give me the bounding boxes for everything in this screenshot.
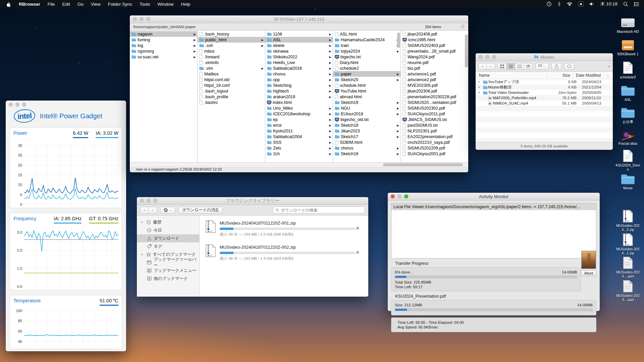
file-item[interactable]: artscience2.pdf (401, 77, 468, 82)
file-item[interactable]: .ssh▶ (198, 43, 265, 48)
close-button[interactable] (391, 194, 395, 198)
file-item[interactable]: ICEC2018workshop▶ (265, 111, 333, 117)
file-item[interactable]: Diary.html (333, 60, 400, 65)
tag-button[interactable] (564, 63, 574, 70)
file-item[interactable]: artscience1.pdf (401, 71, 468, 77)
sftp-window-controls[interactable] (133, 15, 150, 23)
file-item[interactable]: Sketch20▶ (333, 77, 400, 82)
activity-titlebar[interactable]: Activity Monitor (388, 193, 600, 200)
back-button[interactable]: ‹ (478, 63, 487, 70)
list-view-button[interactable] (506, 63, 515, 70)
input-source-icon[interactable]: A (578, 1, 584, 7)
sidebar-item[interactable]: ブックマークメニュー (137, 266, 199, 275)
sidebar-item[interactable]: 今日 (137, 226, 199, 234)
movies-titlebar[interactable]: Movies (476, 53, 613, 61)
minimize-button[interactable] (140, 17, 144, 21)
file-item[interactable]: pastSIGMUS.txt (401, 122, 468, 128)
file-item[interactable]: train▶ (333, 43, 400, 48)
activity-window-controls[interactable] (391, 193, 408, 200)
file-item[interactable]: schedule.html (333, 82, 400, 88)
file-item[interactable]: paper▶ (333, 71, 400, 77)
share-button[interactable] (551, 63, 561, 70)
transfer-task-row[interactable]: Local File Viewer:/Users/nagasm/Document… (391, 203, 596, 210)
movies-file-row[interactable]: NIME04_SUAC.mp455.1 MB2005/04/13 (476, 101, 613, 106)
toolbar-overflow-chevron[interactable]: » (608, 64, 610, 69)
desktop-icon[interactable]: ZIPMUSvideo-2024...2.zip (615, 209, 641, 232)
column-header-size[interactable]: Size (547, 73, 573, 78)
library-window-controls[interactable] (140, 197, 157, 204)
file-item[interactable]: mbox (198, 48, 265, 54)
search-input[interactable] (281, 208, 362, 213)
download-item[interactable]: ZIPMUSvideo-20240418T011220Z-001.zip残り 4… (206, 220, 362, 237)
scrollbar-thumb[interactable] (397, 33, 400, 48)
file-item[interactable]: SUACkiyou2011.pdf (401, 111, 468, 117)
file-item[interactable]: SIGMUS20...sentation.pdf (401, 100, 468, 105)
menu-view[interactable]: View (87, 0, 104, 8)
icon-view-button[interactable] (498, 63, 506, 70)
file-item[interactable]: resume.pdf (401, 60, 468, 65)
desktop-icon[interactable]: KSU2024_Demo (615, 149, 641, 171)
volume-icon[interactable] (589, 2, 595, 6)
file-item[interactable]: bigecho.txt (333, 54, 400, 60)
file-item[interactable]: EUtour2018▶ (333, 111, 400, 117)
file-item[interactable]: Sketching▶ (265, 82, 333, 88)
movies-file-row[interactable]: ▼Master移動済6 KB2021/12/04 (476, 84, 613, 90)
file-item[interactable]: Sabbatical2016▶ (265, 65, 333, 71)
abort-button[interactable]: Abort (581, 270, 596, 276)
file-item[interactable]: JMACS_SIGMUS.txt (401, 117, 468, 122)
file-item[interactable]: SUACkiyou2001.pdf (401, 151, 468, 157)
file-item[interactable]: Jikan2023▶ (333, 128, 400, 134)
cancel-download-button[interactable]: ✕ (356, 226, 360, 231)
file-item[interactable]: Kyoto2011▶ (265, 128, 333, 134)
menu-window[interactable]: Window (154, 0, 177, 8)
file-item[interactable]: YouTube.html (333, 88, 400, 94)
close-button[interactable] (133, 17, 137, 21)
file-item[interactable]: NLP202301.pdf (401, 128, 468, 134)
movies-file-row[interactable]: MAF2009_PellerMin.mp476.2 MB2009/11/10 (476, 95, 613, 101)
sidebar-item[interactable]: ∨履歴 (137, 218, 199, 226)
column-header-date-modified[interactable]: Date Modified (573, 73, 607, 78)
menu-help[interactable]: Help (177, 0, 194, 8)
file-item[interactable]: Sketch19▶ (333, 100, 400, 105)
file-item[interactable]: HamamatsuCastle2024▶ (333, 37, 400, 43)
disclosure-triangle[interactable]: ▼ (476, 91, 482, 94)
file-item[interactable]: Uno_Miiko▶ (265, 105, 333, 111)
file-item[interactable]: delete▶ (265, 43, 333, 48)
menu-clock[interactable]: 木 10:18 (600, 1, 618, 7)
file-item[interactable]: bigecho_old.txt (333, 117, 400, 122)
file-item[interactable]: httpd_19.conf (198, 82, 265, 88)
file-item[interactable]: MVE202305.pdf (401, 82, 468, 88)
desktop-icon[interactable]: MUSvideo-2024....part (615, 256, 641, 278)
file-item[interactable]: SOBIM.html (333, 139, 400, 145)
file-item[interactable]: log▶ (130, 43, 197, 48)
close-button[interactable] (9, 103, 13, 107)
file-item[interactable]: public_html▶ (198, 37, 265, 43)
file-item[interactable]: .bashrc (198, 100, 265, 105)
chevron-down-icon[interactable]: ∨ (141, 221, 144, 224)
file-item[interactable]: .bash_logout (198, 88, 265, 94)
file-item[interactable]: .bash_history (198, 31, 265, 37)
time-machine-icon[interactable] (546, 1, 552, 7)
desktop-icon[interactable]: MUSvideo-2024....part (615, 279, 641, 302)
file-item[interactable]: arakan2019▶ (265, 94, 333, 100)
sidebar-item[interactable]: 他のブックマーク (137, 275, 199, 283)
zoom-button[interactable] (404, 194, 408, 198)
file-item[interactable]: presentatio...28_small.pdf (401, 48, 468, 54)
coverflow-view-button[interactable] (524, 63, 533, 70)
file-item[interactable]: SIGMUS202209.pdf (401, 145, 468, 151)
file-item[interactable]: index.html (265, 100, 333, 105)
minimize-button[interactable] (15, 103, 19, 107)
cancel-download-button[interactable]: ✕ (356, 250, 360, 255)
file-item[interactable]: chorus▶ (265, 71, 333, 77)
file-item[interactable]: bio.pdf (401, 65, 468, 71)
scrollbar-thumb[interactable] (383, 163, 463, 166)
organize-gear-button[interactable]: ⌄ (160, 207, 175, 214)
clear-downloads-button[interactable]: ダウンロードの消去 (178, 207, 223, 214)
bluetooth-icon[interactable] (557, 1, 561, 7)
transfer-task-list[interactable]: Local File Viewer:/Users/nagasm/Document… (391, 203, 596, 258)
menu-edit[interactable]: Edit (59, 0, 74, 8)
movies-window-controls[interactable] (479, 53, 496, 61)
menu-tools[interactable]: Tools (136, 0, 154, 8)
file-item[interactable]: hightech▶ (265, 88, 333, 94)
spotlight-search-icon[interactable] (623, 2, 628, 7)
